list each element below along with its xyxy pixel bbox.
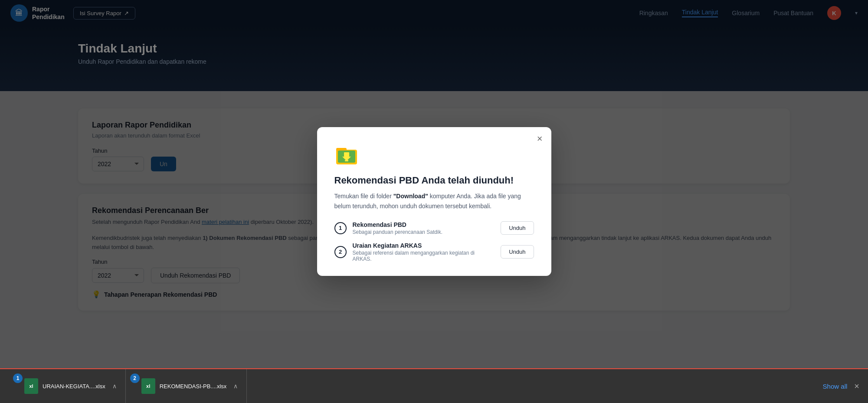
modal-desc: Temukan file di folder "Download" komput… — [334, 191, 534, 211]
item-info-1: Rekomendasi PBD Sebagai panduan perencan… — [353, 221, 495, 235]
item-title-2: Uraian Kegiatan ARKAS — [353, 242, 495, 249]
modal: × Rekomendasi PBD Anda telah diunduh! Te… — [317, 127, 551, 276]
modal-icon — [334, 143, 359, 167]
modal-item-1: 1 Rekomendasi PBD Sebagai panduan perenc… — [334, 221, 534, 235]
modal-item-2: 2 Uraian Kegiatan ARKAS Sebagai referens… — [334, 242, 534, 262]
item-subtitle-1: Sebagai panduan perencanaan Satdik. — [353, 229, 495, 235]
item-number-1: 1 — [334, 222, 347, 234]
excel-icon-1: xl — [24, 378, 38, 394]
download-chevron-2[interactable]: ∧ — [233, 383, 238, 390]
download-filename-2: REKOMENDASI-PB....xlsx — [160, 383, 227, 390]
modal-overlay: × Rekomendasi PBD Anda telah diunduh! Te… — [0, 0, 868, 403]
item-info-2: Uraian Kegiatan ARKAS Sebagai referensi … — [353, 242, 495, 262]
svg-rect-3 — [344, 152, 349, 157]
modal-close-button[interactable]: × — [537, 134, 543, 144]
close-bar-button[interactable]: × — [854, 381, 859, 391]
download-item-1: 1 xl URAIAN-KEGIATA....xlsx ∧ — [9, 369, 126, 403]
download-item-2: 2 xl REKOMENDASI-PB....xlsx ∧ — [126, 369, 247, 403]
download-chevron-1[interactable]: ∧ — [112, 383, 117, 390]
modal-title: Rekomendasi PBD Anda telah diunduh! — [334, 175, 534, 186]
download-bar: 1 xl URAIAN-KEGIATA....xlsx ∧ 2 xl REKOM… — [0, 368, 868, 403]
item-unduh-button-1[interactable]: Unduh — [501, 221, 534, 235]
download-badge-2: 2 — [130, 374, 140, 383]
download-badge-1: 1 — [13, 374, 23, 383]
item-title-1: Rekomendasi PBD — [353, 221, 495, 228]
svg-rect-5 — [345, 160, 348, 161]
item-subtitle-2: Sebagai referensi dalam menganggarkan ke… — [353, 250, 495, 262]
modal-items: 1 Rekomendasi PBD Sebagai panduan perenc… — [334, 221, 534, 262]
item-unduh-button-2[interactable]: Unduh — [501, 245, 534, 259]
show-all-button[interactable]: Show all — [823, 383, 848, 390]
item-number-2: 2 — [334, 246, 347, 258]
download-filename-1: URAIAN-KEGIATA....xlsx — [43, 383, 105, 390]
excel-icon-2: xl — [141, 378, 155, 394]
